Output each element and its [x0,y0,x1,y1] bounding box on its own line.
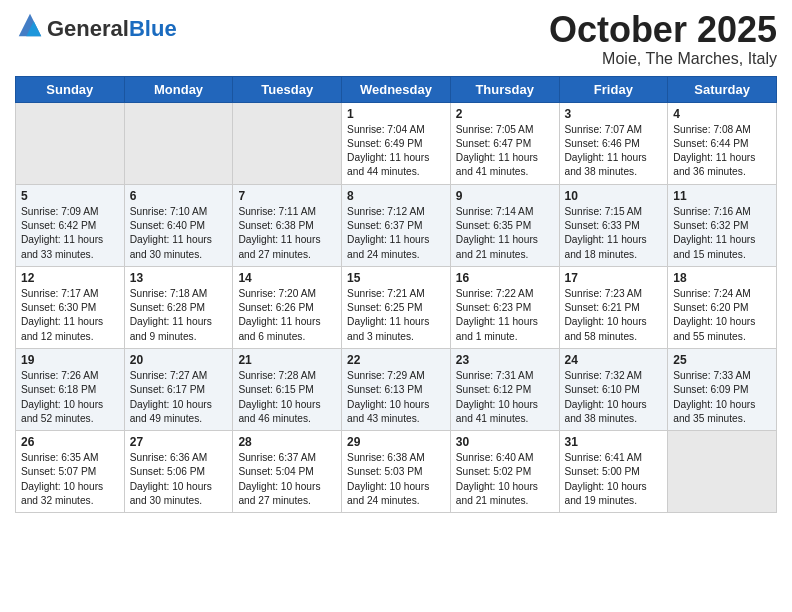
day-number: 8 [347,189,445,203]
day-number: 4 [673,107,771,121]
day-cell: 24Sunrise: 7:32 AM Sunset: 6:10 PM Dayli… [559,348,668,430]
day-info: Sunrise: 6:38 AM Sunset: 5:03 PM Dayligh… [347,451,445,508]
day-info: Sunrise: 7:10 AM Sunset: 6:40 PM Dayligh… [130,205,228,262]
day-cell: 26Sunrise: 6:35 AM Sunset: 5:07 PM Dayli… [16,431,125,513]
day-cell: 14Sunrise: 7:20 AM Sunset: 6:26 PM Dayli… [233,266,342,348]
day-cell: 8Sunrise: 7:12 AM Sunset: 6:37 PM Daylig… [342,184,451,266]
logo-blue-text: Blue [129,16,177,41]
day-cell: 9Sunrise: 7:14 AM Sunset: 6:35 PM Daylig… [450,184,559,266]
day-info: Sunrise: 7:05 AM Sunset: 6:47 PM Dayligh… [456,123,554,180]
day-cell: 23Sunrise: 7:31 AM Sunset: 6:12 PM Dayli… [450,348,559,430]
day-number: 12 [21,271,119,285]
weekday-header-row: SundayMondayTuesdayWednesdayThursdayFrid… [16,76,777,102]
day-cell: 10Sunrise: 7:15 AM Sunset: 6:33 PM Dayli… [559,184,668,266]
day-cell: 21Sunrise: 7:28 AM Sunset: 6:15 PM Dayli… [233,348,342,430]
weekday-header-monday: Monday [124,76,233,102]
day-number: 9 [456,189,554,203]
day-cell [124,102,233,184]
day-number: 26 [21,435,119,449]
day-number: 22 [347,353,445,367]
day-info: Sunrise: 6:35 AM Sunset: 5:07 PM Dayligh… [21,451,119,508]
day-cell: 1Sunrise: 7:04 AM Sunset: 6:49 PM Daylig… [342,102,451,184]
day-cell: 2Sunrise: 7:05 AM Sunset: 6:47 PM Daylig… [450,102,559,184]
week-row-5: 26Sunrise: 6:35 AM Sunset: 5:07 PM Dayli… [16,431,777,513]
day-info: Sunrise: 7:20 AM Sunset: 6:26 PM Dayligh… [238,287,336,344]
day-info: Sunrise: 7:14 AM Sunset: 6:35 PM Dayligh… [456,205,554,262]
day-cell: 11Sunrise: 7:16 AM Sunset: 6:32 PM Dayli… [668,184,777,266]
day-cell: 28Sunrise: 6:37 AM Sunset: 5:04 PM Dayli… [233,431,342,513]
day-info: Sunrise: 7:16 AM Sunset: 6:32 PM Dayligh… [673,205,771,262]
day-number: 28 [238,435,336,449]
day-cell: 20Sunrise: 7:27 AM Sunset: 6:17 PM Dayli… [124,348,233,430]
day-number: 5 [21,189,119,203]
day-number: 19 [21,353,119,367]
day-cell: 6Sunrise: 7:10 AM Sunset: 6:40 PM Daylig… [124,184,233,266]
day-number: 3 [565,107,663,121]
week-row-2: 5Sunrise: 7:09 AM Sunset: 6:42 PM Daylig… [16,184,777,266]
title-block: October 2025 Moie, The Marches, Italy [549,10,777,68]
day-number: 25 [673,353,771,367]
day-number: 30 [456,435,554,449]
day-number: 2 [456,107,554,121]
day-info: Sunrise: 7:04 AM Sunset: 6:49 PM Dayligh… [347,123,445,180]
day-info: Sunrise: 7:33 AM Sunset: 6:09 PM Dayligh… [673,369,771,426]
day-cell: 17Sunrise: 7:23 AM Sunset: 6:21 PM Dayli… [559,266,668,348]
day-cell [16,102,125,184]
day-number: 24 [565,353,663,367]
day-number: 6 [130,189,228,203]
day-cell: 18Sunrise: 7:24 AM Sunset: 6:20 PM Dayli… [668,266,777,348]
weekday-header-tuesday: Tuesday [233,76,342,102]
day-number: 23 [456,353,554,367]
day-info: Sunrise: 7:24 AM Sunset: 6:20 PM Dayligh… [673,287,771,344]
day-cell: 30Sunrise: 6:40 AM Sunset: 5:02 PM Dayli… [450,431,559,513]
calendar-table: SundayMondayTuesdayWednesdayThursdayFrid… [15,76,777,514]
week-row-1: 1Sunrise: 7:04 AM Sunset: 6:49 PM Daylig… [16,102,777,184]
day-cell [668,431,777,513]
weekday-header-saturday: Saturday [668,76,777,102]
day-number: 17 [565,271,663,285]
day-cell: 25Sunrise: 7:33 AM Sunset: 6:09 PM Dayli… [668,348,777,430]
day-number: 7 [238,189,336,203]
day-number: 10 [565,189,663,203]
week-row-3: 12Sunrise: 7:17 AM Sunset: 6:30 PM Dayli… [16,266,777,348]
day-info: Sunrise: 7:18 AM Sunset: 6:28 PM Dayligh… [130,287,228,344]
day-number: 11 [673,189,771,203]
day-info: Sunrise: 6:41 AM Sunset: 5:00 PM Dayligh… [565,451,663,508]
day-info: Sunrise: 7:23 AM Sunset: 6:21 PM Dayligh… [565,287,663,344]
day-info: Sunrise: 7:31 AM Sunset: 6:12 PM Dayligh… [456,369,554,426]
day-number: 31 [565,435,663,449]
day-cell: 16Sunrise: 7:22 AM Sunset: 6:23 PM Dayli… [450,266,559,348]
header: GeneralBlue October 2025 Moie, The March… [15,10,777,68]
day-info: Sunrise: 7:08 AM Sunset: 6:44 PM Dayligh… [673,123,771,180]
day-info: Sunrise: 7:17 AM Sunset: 6:30 PM Dayligh… [21,287,119,344]
weekday-header-wednesday: Wednesday [342,76,451,102]
month-title: October 2025 [549,10,777,50]
logo-icon [15,10,45,40]
day-info: Sunrise: 7:32 AM Sunset: 6:10 PM Dayligh… [565,369,663,426]
day-number: 29 [347,435,445,449]
week-row-4: 19Sunrise: 7:26 AM Sunset: 6:18 PM Dayli… [16,348,777,430]
day-info: Sunrise: 7:07 AM Sunset: 6:46 PM Dayligh… [565,123,663,180]
weekday-header-friday: Friday [559,76,668,102]
day-cell: 3Sunrise: 7:07 AM Sunset: 6:46 PM Daylig… [559,102,668,184]
day-cell: 7Sunrise: 7:11 AM Sunset: 6:38 PM Daylig… [233,184,342,266]
day-cell: 19Sunrise: 7:26 AM Sunset: 6:18 PM Dayli… [16,348,125,430]
day-cell: 31Sunrise: 6:41 AM Sunset: 5:00 PM Dayli… [559,431,668,513]
weekday-header-thursday: Thursday [450,76,559,102]
day-number: 15 [347,271,445,285]
day-number: 18 [673,271,771,285]
day-cell: 15Sunrise: 7:21 AM Sunset: 6:25 PM Dayli… [342,266,451,348]
day-number: 1 [347,107,445,121]
page: GeneralBlue October 2025 Moie, The March… [0,0,792,612]
day-info: Sunrise: 6:37 AM Sunset: 5:04 PM Dayligh… [238,451,336,508]
day-cell: 22Sunrise: 7:29 AM Sunset: 6:13 PM Dayli… [342,348,451,430]
location: Moie, The Marches, Italy [549,50,777,68]
day-cell: 13Sunrise: 7:18 AM Sunset: 6:28 PM Dayli… [124,266,233,348]
day-info: Sunrise: 7:09 AM Sunset: 6:42 PM Dayligh… [21,205,119,262]
day-info: Sunrise: 7:21 AM Sunset: 6:25 PM Dayligh… [347,287,445,344]
day-info: Sunrise: 7:12 AM Sunset: 6:37 PM Dayligh… [347,205,445,262]
day-cell: 4Sunrise: 7:08 AM Sunset: 6:44 PM Daylig… [668,102,777,184]
day-number: 27 [130,435,228,449]
day-number: 21 [238,353,336,367]
day-number: 13 [130,271,228,285]
